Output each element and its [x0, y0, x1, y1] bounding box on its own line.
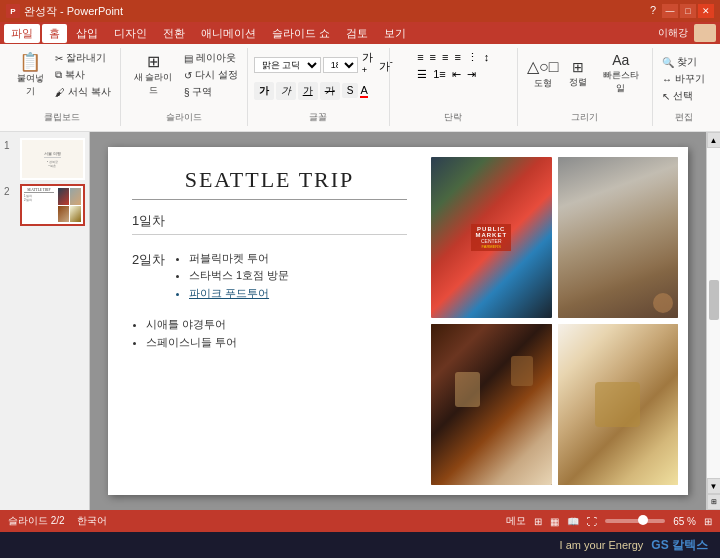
main-area: 1 서울 여행 • 경복궁 • 북촌 2 SEATTLE TRIP 1일차 2일…: [0, 132, 720, 510]
shapes-button[interactable]: △○□ 도형: [524, 55, 562, 92]
zoom-slider[interactable]: [605, 519, 665, 523]
shapes-icon: △○□: [527, 57, 558, 76]
day2-item-3: 파이크 푸드투어: [189, 286, 289, 301]
status-right: 메모 ⊞ ▦ 📖 ⛶ 65 % ⊞: [506, 514, 712, 528]
slide-left-content: SEATTLE TRIP 1일차 2일차 퍼블릭마켓 투어 스타벅스 1호점 방…: [108, 147, 427, 495]
font-increase-btn[interactable]: 가+: [360, 50, 375, 80]
day2-bullets: 퍼블릭마켓 투어 스타벅스 1호점 방문 파이크 푸드투어: [175, 251, 289, 303]
strikethrough-button[interactable]: 가: [320, 82, 340, 100]
gs-banner: I am your Energy GS 칼텍스: [0, 532, 720, 558]
slide-canvas: SEATTLE TRIP 1일차 2일차 퍼블릭마켓 투어 스타벅스 1호점 방…: [108, 147, 688, 495]
ribbon: 📋 붙여넣기 ✂잘라내기 ⧉복사 🖌서식 복사 클립보드 ⊞ 새 슬라이드 ▤레…: [0, 44, 720, 132]
fit-page-btn[interactable]: ⊞: [707, 494, 721, 510]
view-slide-btn[interactable]: ▦: [550, 516, 559, 527]
ribbon-group-drawing: △○□ 도형 ⊞ 정렬 Aa 빠른스타일 그리기: [520, 48, 653, 126]
restore-button[interactable]: □: [680, 4, 696, 18]
language-indicator: 한국어: [77, 514, 107, 528]
user-name: 이해강: [658, 26, 688, 40]
powerpoint-icon: P: [6, 4, 20, 18]
align-center-btn[interactable]: ≡: [428, 50, 438, 65]
section-button[interactable]: §구역: [181, 84, 241, 100]
reset-button[interactable]: ↺다시 설정: [181, 67, 241, 83]
view-presentation-btn[interactable]: ⛶: [587, 516, 597, 527]
underline-button[interactable]: 가: [298, 82, 318, 100]
select-button[interactable]: ↖선택: [659, 88, 708, 104]
slide-right-photos: PUBLIC MARKET CENTER FARMERS: [427, 147, 688, 495]
layout-button[interactable]: ▤레이아웃: [181, 50, 241, 66]
slide-preview-1[interactable]: 서울 여행 • 경복궁 • 북촌: [20, 138, 85, 180]
copy-button[interactable]: ⧉복사: [52, 67, 114, 83]
slide-thumb-2[interactable]: 2 SEATTLE TRIP 1일차 2일차: [4, 184, 85, 226]
menu-view[interactable]: 보기: [377, 24, 413, 43]
numbering-btn[interactable]: 1≡: [431, 67, 448, 82]
format-copy-button[interactable]: 🖌서식 복사: [52, 84, 114, 100]
ribbon-group-paragraph: ≡ ≡ ≡ ≡ ⋮ ↕ ☰ 1≡ ⇤ ⇥ 단락: [392, 48, 518, 126]
scroll-thumb[interactable]: [709, 280, 719, 320]
paste-button[interactable]: 📋 붙여넣기: [10, 51, 50, 100]
scroll-down-btn[interactable]: ▼: [707, 478, 721, 494]
slide-preview-2[interactable]: SEATTLE TRIP 1일차 2일차: [20, 184, 85, 226]
ribbon-group-edit: 🔍찾기 ↔바꾸기 ↖선택 편집: [655, 48, 714, 126]
day2-item-1: 퍼블릭마켓 투어: [189, 251, 289, 266]
shadow-button[interactable]: S: [342, 83, 359, 98]
bold-button[interactable]: 가: [254, 82, 274, 100]
title-bar: P 완성작 - PowerPoint ? — □ ✕: [0, 0, 720, 22]
view-normal-btn[interactable]: ⊞: [534, 516, 542, 527]
line-spacing-btn[interactable]: ↕: [482, 50, 492, 65]
slide-count: 슬라이드 2/2: [8, 514, 65, 528]
ribbon-group-slides: ⊞ 새 슬라이드 ▤레이아웃 ↺다시 설정 §구역 슬라이드: [123, 48, 247, 126]
photo-coffee: [431, 324, 552, 485]
canvas-area[interactable]: SEATTLE TRIP 1일차 2일차 퍼블릭마켓 투어 스타벅스 1호점 방…: [90, 132, 706, 510]
notes-button[interactable]: 메모: [506, 514, 526, 528]
menu-animation[interactable]: 애니메이션: [194, 24, 263, 43]
zoom-thumb: [638, 515, 648, 525]
bullet-btn[interactable]: ☰: [415, 67, 429, 82]
menu-review[interactable]: 검토: [339, 24, 375, 43]
new-slide-button[interactable]: ⊞ 새 슬라이드: [127, 52, 179, 99]
align-right-btn[interactable]: ≡: [440, 50, 450, 65]
zoom-level: 65 %: [673, 516, 696, 527]
font-family-select[interactable]: 맑은 고딕: [254, 57, 321, 73]
ribbon-group-font: 맑은 고딕 18 가+ 가- 가 가 가 가 S A 글꼴: [250, 48, 390, 126]
day1-label: 1일차: [132, 212, 407, 230]
day1-section: 1일차: [132, 212, 407, 241]
indent-inc-btn[interactable]: ⇥: [465, 67, 478, 82]
slide-num-2: 2: [4, 186, 16, 197]
slide-title[interactable]: SEATTLE TRIP: [132, 167, 407, 200]
indent-dec-btn[interactable]: ⇤: [450, 67, 463, 82]
menu-slideshow[interactable]: 슬라이드 쇼: [265, 24, 337, 43]
replace-button[interactable]: ↔바꾸기: [659, 71, 708, 87]
font-color-picker[interactable]: A: [360, 84, 367, 98]
justify-btn[interactable]: ≡: [452, 50, 462, 65]
align-left-btn[interactable]: ≡: [415, 50, 425, 65]
column-btn[interactable]: ⋮: [465, 50, 480, 65]
menu-design[interactable]: 디자인: [107, 24, 154, 43]
italic-button[interactable]: 가: [276, 82, 296, 100]
scroll-track[interactable]: [707, 148, 720, 478]
scroll-up-btn[interactable]: ▲: [707, 132, 721, 148]
close-button[interactable]: ✕: [698, 4, 714, 18]
menu-file[interactable]: 파일: [4, 24, 40, 43]
arrange-button[interactable]: ⊞ 정렬: [563, 57, 593, 91]
styles-icon: Aa: [612, 52, 629, 68]
day2-item-2: 스타벅스 1호점 방문: [189, 268, 289, 283]
fit-window-btn[interactable]: ⊞: [704, 516, 712, 527]
ribbon-group-clipboard: 📋 붙여넣기 ✂잘라내기 ⧉복사 🖌서식 복사 클립보드: [6, 48, 121, 126]
help-button[interactable]: ?: [646, 4, 660, 18]
view-reading-btn[interactable]: 📖: [567, 516, 579, 527]
font-size-select[interactable]: 18: [323, 57, 358, 73]
cut-button[interactable]: ✂잘라내기: [52, 50, 114, 66]
menu-home[interactable]: 홈: [42, 24, 67, 43]
photo-food: [558, 324, 679, 485]
bottom-item-2: 스페이스니들 투어: [146, 335, 407, 350]
quick-styles-button[interactable]: Aa 빠른스타일: [595, 50, 646, 97]
find-button[interactable]: 🔍찾기: [659, 54, 708, 70]
gs-logo: GS 칼텍스: [651, 537, 708, 554]
menu-transition[interactable]: 전환: [156, 24, 192, 43]
new-slide-icon: ⊞: [147, 54, 160, 70]
menu-insert[interactable]: 삽입: [69, 24, 105, 43]
minimize-button[interactable]: —: [662, 4, 678, 18]
photo-cafe-top: [558, 157, 679, 318]
user-avatar: [694, 24, 716, 42]
slide-thumb-1[interactable]: 1 서울 여행 • 경복궁 • 북촌: [4, 138, 85, 180]
